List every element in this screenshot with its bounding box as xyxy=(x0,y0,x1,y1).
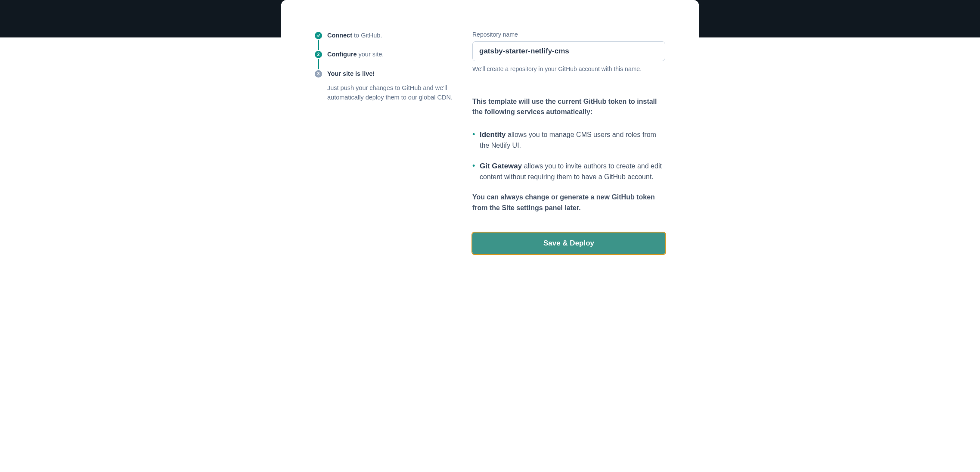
save-deploy-button[interactable]: Save & Deploy xyxy=(472,233,665,254)
steps-column: Connect to GitHub. 2 Configure your site… xyxy=(315,31,457,254)
setup-card: Connect to GitHub. 2 Configure your site… xyxy=(281,0,699,280)
step-configure-label: Configure your site. xyxy=(327,50,384,59)
step-connect: Connect to GitHub. xyxy=(315,31,457,40)
service-item-git-gateway: Git Gateway allows you to invite authors… xyxy=(472,161,665,183)
service-desc: allows you to manage CMS users and roles… xyxy=(480,131,656,149)
step-live: 3 Your site is live! xyxy=(315,69,457,78)
step-helper-text: Just push your changes to GitHub and we'… xyxy=(327,83,457,102)
service-name: Identity xyxy=(480,130,506,139)
repo-name-label: Repository name xyxy=(472,31,665,38)
step-connect-label: Connect to GitHub. xyxy=(327,31,382,40)
step-number-icon: 3 xyxy=(315,70,322,78)
services-list: Identity allows you to manage CMS users … xyxy=(472,129,665,183)
service-name: Git Gateway xyxy=(480,162,522,170)
step-connector xyxy=(318,59,319,69)
step-number-icon: 2 xyxy=(315,51,322,58)
step-live-label: Your site is live! xyxy=(327,69,375,78)
form-column: Repository name We'll create a repositor… xyxy=(472,31,665,254)
step-connector xyxy=(318,40,319,50)
services-intro: This template will use the current GitHu… xyxy=(472,96,665,117)
repo-name-input[interactable] xyxy=(472,41,665,61)
token-footer-note: You can always change or generate a new … xyxy=(472,192,665,214)
step-configure: 2 Configure your site. xyxy=(315,50,457,59)
repo-name-hint: We'll create a repository in your GitHub… xyxy=(472,65,665,72)
check-icon xyxy=(315,32,322,39)
service-item-identity: Identity allows you to manage CMS users … xyxy=(472,129,665,151)
